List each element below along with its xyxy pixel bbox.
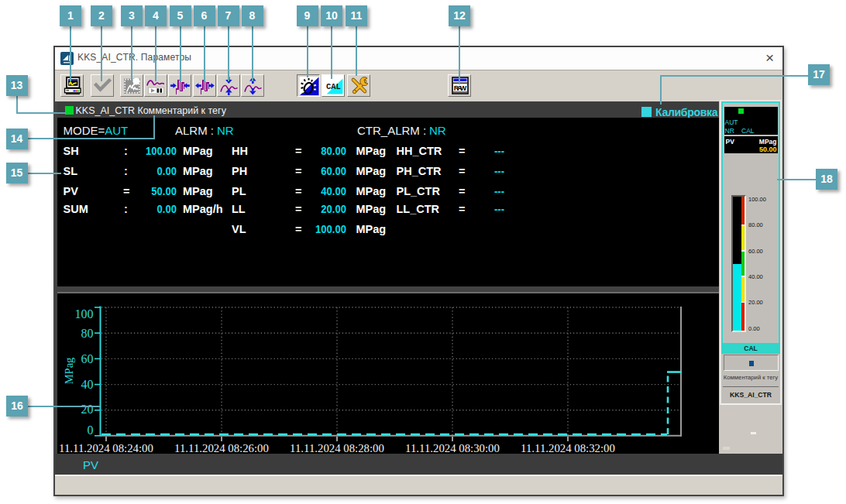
- svg-text:11.11.2024 08:24:00: 11.11.2024 08:24:00: [59, 442, 153, 454]
- svg-text:11.11.2024 08:32:00: 11.11.2024 08:32:00: [521, 442, 615, 454]
- svg-text:11.11.2024 08:28:00: 11.11.2024 08:28:00: [290, 442, 384, 454]
- svg-text:80: 80: [81, 327, 94, 340]
- svg-text:RAW: RAW: [453, 84, 466, 92]
- svg-text:60: 60: [81, 352, 94, 365]
- svg-text:MPag: MPag: [63, 358, 75, 385]
- svg-text:CAL: CAL: [326, 82, 341, 91]
- svg-text:0: 0: [88, 423, 94, 437]
- svg-text:11.11.2024 08:26:00: 11.11.2024 08:26:00: [174, 442, 269, 454]
- svg-text:40: 40: [81, 378, 94, 391]
- svg-text:11.11.2024 08:30:00: 11.11.2024 08:30:00: [405, 442, 500, 454]
- svg-text:100: 100: [75, 307, 94, 321]
